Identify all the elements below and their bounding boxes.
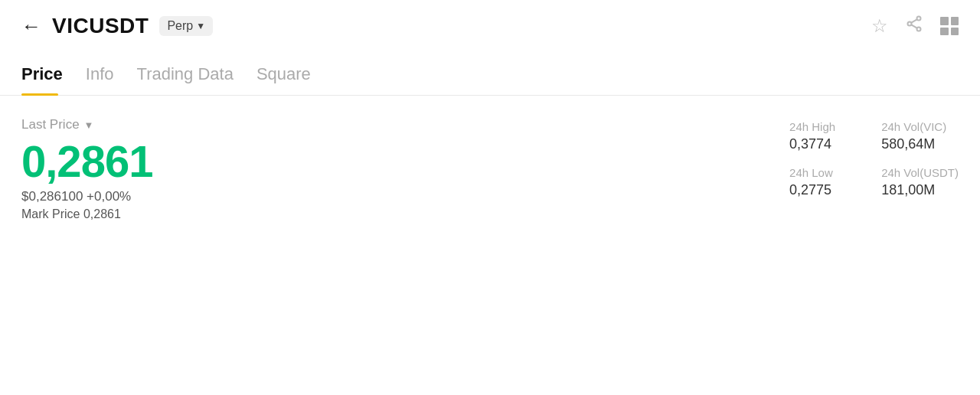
perp-badge[interactable]: Perp ▼ <box>159 16 213 36</box>
main-price-value: 0,2861 <box>21 137 789 186</box>
header-left: ← VICUSDT Perp ▼ <box>21 14 213 38</box>
vic-vol-label: 24h Vol(VIC) <box>881 120 959 133</box>
mark-price-value: 0,2861 <box>83 207 121 220</box>
stat-24h-high: 24h High 0,3774 <box>789 120 835 152</box>
svg-line-4 <box>911 24 916 28</box>
svg-point-2 <box>917 28 921 31</box>
back-button[interactable]: ← <box>21 16 41 36</box>
stat-col-left: 24h High 0,3774 24h Low 0,2775 <box>789 120 835 198</box>
usd-price: $0,286100 <box>21 189 83 204</box>
24h-high-label: 24h High <box>789 120 835 133</box>
24h-low-label: 24h Low <box>789 166 835 179</box>
stat-usdt-vol: 24h Vol(USDT) 181,00M <box>881 166 959 198</box>
chevron-down-icon: ▼ <box>196 21 205 31</box>
ticker-symbol: VICUSDT <box>52 14 149 38</box>
tab-info[interactable]: Info <box>86 54 131 95</box>
price-change: +0,00% <box>87 189 131 204</box>
last-price-label-row: Last Price ▼ <box>21 117 789 132</box>
tab-trading-data[interactable]: Trading Data <box>137 54 250 95</box>
mark-price-label: Mark Price <box>21 207 80 220</box>
svg-point-1 <box>908 22 912 26</box>
price-section: Last Price ▼ 0,2861 $0,286100 +0,00% Mar… <box>0 96 980 221</box>
share-icon[interactable] <box>905 15 923 38</box>
tab-square[interactable]: Square <box>256 54 328 95</box>
stat-vic-vol: 24h Vol(VIC) 580,64M <box>881 120 959 152</box>
usd-price-row: $0,286100 +0,00% <box>21 189 789 204</box>
star-icon[interactable]: ☆ <box>871 15 888 37</box>
svg-point-0 <box>917 17 921 21</box>
perp-label: Perp <box>167 19 193 33</box>
price-right-stats: 24h High 0,3774 24h Low 0,2775 24h Vol(V… <box>789 117 959 198</box>
stat-col-right: 24h Vol(VIC) 580,64M 24h Vol(USDT) 181,0… <box>881 120 959 198</box>
price-left-panel: Last Price ▼ 0,2861 $0,286100 +0,00% Mar… <box>21 117 789 221</box>
usdt-vol-value: 181,00M <box>881 182 959 198</box>
24h-low-value: 0,2775 <box>789 182 835 198</box>
last-price-label: Last Price <box>21 117 80 132</box>
grid-view-icon[interactable] <box>940 17 959 35</box>
usdt-vol-label: 24h Vol(USDT) <box>881 166 959 179</box>
mark-price-row: Mark Price 0,2861 <box>21 207 789 221</box>
stat-24h-low: 24h Low 0,2775 <box>789 166 835 198</box>
vic-vol-value: 580,64M <box>881 136 959 152</box>
price-direction-icon: ▼ <box>84 119 94 131</box>
24h-high-value: 0,3774 <box>789 136 835 152</box>
header-right: ☆ <box>871 15 959 38</box>
tab-bar: Price Info Trading Data Square <box>0 54 980 96</box>
tab-price[interactable]: Price <box>21 54 80 95</box>
page-header: ← VICUSDT Perp ▼ ☆ <box>0 0 980 47</box>
svg-line-3 <box>911 19 916 22</box>
